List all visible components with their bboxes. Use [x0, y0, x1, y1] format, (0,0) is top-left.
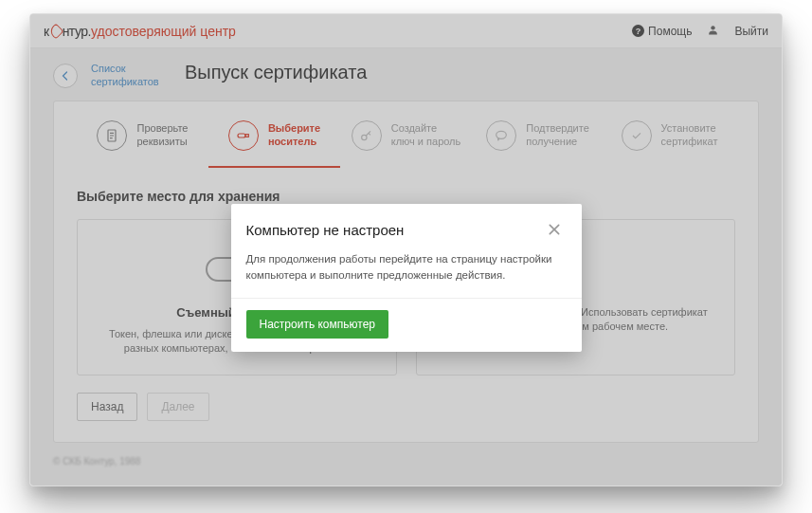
app-window: к нтур. удостоверяющий центр ? Помощь Вы… — [29, 13, 783, 486]
close-icon — [547, 222, 562, 237]
modal-overlay: Компьютер не настроен Для продолжения ра… — [30, 14, 782, 486]
modal-title: Компьютер не настроен — [246, 222, 405, 238]
configure-computer-button[interactable]: Настроить компьютер — [246, 310, 388, 339]
modal-close-button[interactable] — [542, 217, 567, 242]
modal-body: Для продолжения работы перейдите на стра… — [231, 251, 582, 298]
modal-dialog: Компьютер не настроен Для продолжения ра… — [231, 204, 582, 352]
